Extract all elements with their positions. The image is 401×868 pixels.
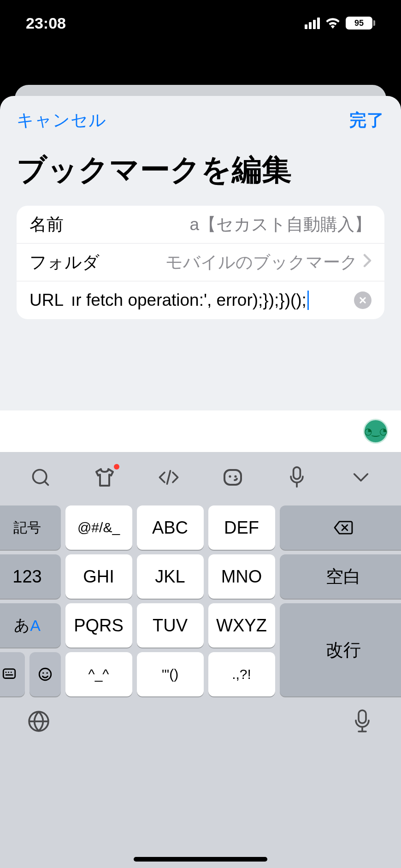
battery-indicator: 95 — [346, 17, 375, 30]
key-return[interactable]: 改行 — [280, 603, 401, 696]
done-button[interactable]: 完了 — [349, 109, 384, 132]
key-123[interactable]: 123 — [0, 554, 61, 599]
keyboard-bottom-bar — [0, 700, 401, 778]
folder-value: モバイルのブックマーク — [100, 251, 358, 274]
key-mno[interactable]: MNO — [208, 554, 275, 599]
battery-level: 95 — [346, 17, 372, 30]
svg-point-3 — [234, 475, 236, 477]
url-label: URL — [29, 291, 64, 310]
key-kaomoji[interactable]: ^_^ — [65, 652, 132, 696]
key-emoji[interactable] — [29, 652, 61, 696]
keyboard-avatar-icon[interactable]: ◔‿◔ — [363, 419, 388, 444]
key-pqrs[interactable]: PQRS — [65, 603, 132, 648]
emoji-face-icon[interactable] — [221, 465, 245, 489]
svg-rect-1 — [224, 470, 241, 485]
sheet-navbar: キャンセル 完了 — [0, 96, 401, 137]
chevron-right-icon — [363, 254, 372, 271]
name-field[interactable]: a【セカスト自動購入】 — [64, 213, 372, 236]
url-field[interactable]: ır fetch operation:', error);});})(); — [71, 291, 307, 310]
svg-rect-4 — [293, 467, 300, 479]
keyboard-app-strip: ◔‿◔ — [0, 410, 401, 452]
svg-point-6 — [39, 668, 51, 680]
svg-rect-10 — [359, 710, 366, 723]
key-punct[interactable]: .,?! — [208, 652, 275, 696]
globe-icon[interactable] — [26, 708, 52, 734]
status-time: 23:08 — [26, 14, 66, 32]
name-label: 名前 — [29, 213, 64, 236]
svg-rect-5 — [4, 669, 16, 678]
search-icon[interactable] — [29, 465, 53, 489]
keyboard-grid: 記号 @#/&_ ABC DEF 123 GHI JKL MNO 空白 あA P… — [0, 503, 401, 700]
key-keyboard-settings[interactable] — [0, 652, 25, 696]
status-bar: 23:08 95 — [0, 0, 401, 46]
key-at[interactable]: @#/&_ — [65, 505, 132, 550]
code-icon[interactable] — [157, 465, 181, 489]
key-space[interactable]: 空白 — [280, 554, 401, 599]
key-quotes[interactable]: '"() — [137, 652, 204, 696]
key-mode-switch[interactable]: あA — [0, 603, 61, 648]
key-ghi[interactable]: GHI — [65, 554, 132, 599]
folder-label: フォルダ — [29, 251, 100, 274]
svg-point-8 — [46, 672, 47, 673]
page-title: ブックマークを編集 — [0, 137, 401, 206]
key-abc[interactable]: ABC — [137, 505, 204, 550]
key-jkl[interactable]: JKL — [137, 554, 204, 599]
key-tuv[interactable]: TUV — [137, 603, 204, 648]
dictation-icon[interactable] — [349, 708, 375, 734]
home-indicator[interactable] — [134, 857, 267, 862]
key-symbols[interactable]: 記号 — [0, 505, 61, 550]
cancel-button[interactable]: キャンセル — [17, 109, 106, 132]
url-row[interactable]: URL ır fetch operation:', error);});})()… — [17, 281, 384, 319]
cellular-signal-icon — [305, 18, 320, 29]
keyboard-area: ◔‿◔ — [0, 410, 401, 868]
text-cursor — [307, 291, 309, 310]
keyboard-toolbar — [0, 452, 401, 503]
key-backspace[interactable] — [280, 505, 401, 550]
clear-text-button[interactable] — [354, 291, 372, 309]
svg-point-7 — [42, 672, 44, 673]
screen: 23:08 95 キャンセル 完了 ブックマークを編集 名前 a【セカスト自動購… — [0, 0, 401, 868]
wifi-icon — [325, 18, 340, 29]
key-def[interactable]: DEF — [208, 505, 275, 550]
svg-point-2 — [229, 475, 231, 477]
chevron-down-icon[interactable] — [349, 465, 373, 489]
status-indicators: 95 — [305, 17, 375, 30]
edit-bookmark-sheet: キャンセル 完了 ブックマークを編集 名前 a【セカスト自動購入】 フォルダ モ… — [0, 96, 401, 868]
folder-row[interactable]: フォルダ モバイルのブックマーク — [17, 244, 384, 281]
shirt-icon[interactable] — [93, 465, 117, 489]
microphone-icon[interactable] — [285, 465, 309, 489]
key-wxyz[interactable]: WXYZ — [208, 603, 275, 648]
form-card: 名前 a【セカスト自動購入】 フォルダ モバイルのブックマーク URL ır f… — [17, 206, 384, 319]
notification-dot — [114, 464, 119, 470]
name-row[interactable]: 名前 a【セカスト自動購入】 — [17, 206, 384, 244]
